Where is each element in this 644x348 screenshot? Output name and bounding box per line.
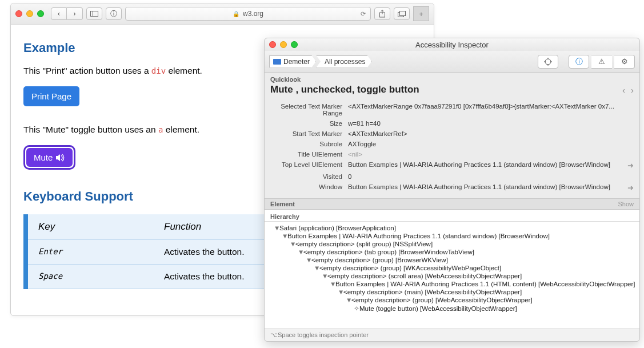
- address-bar[interactable]: 🔒 w3.org ⟳: [125, 7, 371, 21]
- goto-element-icon[interactable]: ➜: [627, 161, 634, 170]
- disclosure-triangle-icon[interactable]: ▼: [330, 281, 335, 287]
- share-button[interactable]: [374, 7, 390, 20]
- window-controls: [269, 41, 298, 48]
- hierarchy-row[interactable]: ▼<empty description> (tab group) [Browse…: [268, 248, 636, 256]
- sidebar-button[interactable]: [86, 7, 102, 20]
- show-toggle[interactable]: Show: [618, 201, 634, 207]
- property-value: <AXTextMarkerRange 0x7faaa97291f0 [0x7ff…: [348, 103, 634, 110]
- close-window-icon[interactable]: [269, 41, 276, 48]
- property-row[interactable]: Title UIElement<nil>: [270, 149, 634, 159]
- quicklook-next-button[interactable]: ›: [631, 85, 634, 95]
- property-row[interactable]: Top Level UIElementButton Examples | WAI…: [270, 159, 634, 171]
- property-key: Subrole: [270, 141, 348, 147]
- disclosure-triangle-icon[interactable]: ▼: [274, 225, 279, 231]
- hierarchy-row[interactable]: ▼Button Examples | WAI-ARIA Authoring Pr…: [268, 280, 636, 288]
- new-tab-button[interactable]: +: [413, 6, 429, 21]
- audit-tab-button[interactable]: ⚠︎: [591, 55, 612, 69]
- inspector-toolbar: Demeter All processes ⓘ ⚠︎ ⚙: [265, 51, 639, 73]
- hierarchy-label: <empty description> (main) [WebAccessibi…: [343, 289, 522, 295]
- disclosure-triangle-icon[interactable]: ▼: [298, 249, 303, 255]
- breadcrumb-host[interactable]: Demeter: [269, 55, 316, 68]
- hierarchy-row[interactable]: ▼Safari (application) [BrowserApplicatio…: [268, 224, 636, 232]
- close-window-icon[interactable]: [15, 10, 22, 17]
- property-value: <nil>: [348, 151, 634, 158]
- property-key: Top Level UIElement: [270, 161, 348, 168]
- inspection-pointer-button[interactable]: [538, 55, 558, 69]
- property-row[interactable]: Sizew=81 h=40: [270, 118, 634, 129]
- hierarchy-row[interactable]: ✧Mute (toggle button) [WebAccessibilityO…: [268, 304, 636, 313]
- hierarchy-label: <empty description> (group) [WKAccessibi…: [319, 265, 501, 271]
- mute-toggle-button[interactable]: Mute: [26, 148, 73, 167]
- hierarchy-row[interactable]: ▼<empty description> (split group) [NSSp…: [268, 240, 636, 248]
- hierarchy-label: <empty description> (group) [BrowserWKVi…: [311, 257, 448, 263]
- property-key: Selected Text Marker Range: [270, 103, 348, 117]
- property-value: Button Examples | WAI-ARIA Authoring Pra…: [348, 161, 623, 168]
- disclosure-triangle-icon[interactable]: ▼: [290, 241, 295, 247]
- url-host: w3.org: [243, 10, 263, 18]
- key-cell: Space: [38, 271, 164, 282]
- property-key: Start Text Marker: [270, 130, 348, 137]
- mute-label: Mute: [34, 153, 53, 162]
- property-value: Button Examples | WAI-ARIA Authoring Pra…: [348, 183, 623, 190]
- function-cell: Activates the button.: [164, 271, 244, 282]
- print-page-button[interactable]: Print Page: [23, 86, 79, 106]
- function-cell: Activates the button.: [164, 247, 244, 257]
- disclosure-triangle-icon[interactable]: ▼: [314, 265, 319, 271]
- hierarchy-row[interactable]: ▼<empty description> (group) [WebAccessi…: [268, 296, 636, 304]
- minimize-window-icon[interactable]: [26, 10, 33, 17]
- hierarchy-label: <empty description> (tab group) [Browser…: [303, 249, 474, 255]
- key-cell: Enter: [38, 247, 164, 257]
- svg-point-7: [545, 59, 551, 65]
- element-section-header[interactable]: Element Show: [265, 198, 639, 210]
- breadcrumb-target[interactable]: All processes: [316, 55, 371, 68]
- disclosure-triangle-icon[interactable]: ▼: [346, 297, 351, 303]
- disclosure-triangle-icon[interactable]: ▼: [322, 273, 327, 279]
- back-button[interactable]: ‹: [51, 7, 67, 20]
- quicklook-prev-button[interactable]: ‹: [622, 85, 625, 95]
- property-key: Window: [270, 183, 348, 190]
- property-row[interactable]: Selected Text Marker Range<AXTextMarkerR…: [270, 101, 634, 118]
- hierarchy-label: <empty description> (scroll area) [WebAc…: [327, 273, 522, 279]
- leaf-icon[interactable]: ✧: [354, 305, 359, 313]
- disclosure-triangle-icon[interactable]: ▼: [306, 257, 311, 263]
- sound-icon: [56, 154, 65, 162]
- property-row[interactable]: Visited0: [270, 171, 634, 182]
- property-row[interactable]: WindowButton Examples | WAI-ARIA Authori…: [270, 182, 634, 194]
- column-header-function: Function: [164, 221, 201, 233]
- inspector-title: Accessibility Inspector: [415, 41, 489, 49]
- property-row[interactable]: SubroleAXToggle: [270, 139, 634, 149]
- tabs-button[interactable]: [394, 7, 410, 20]
- column-header-key: Key: [38, 221, 164, 233]
- hierarchy-row[interactable]: ▼<empty description> (main) [WebAccessib…: [268, 288, 636, 296]
- settings-tab-button[interactable]: ⚙: [614, 55, 635, 69]
- property-value: 0: [348, 173, 634, 180]
- minimize-window-icon[interactable]: [280, 41, 287, 48]
- hierarchy-row[interactable]: ▼<empty description> (scroll area) [WebA…: [268, 272, 636, 280]
- svg-rect-0: [91, 11, 98, 17]
- reload-icon[interactable]: ⟳: [361, 10, 366, 18]
- hierarchy-label: Hierarchy: [265, 210, 639, 222]
- hierarchy-label: Safari (application) [BrowserApplication…: [279, 225, 396, 231]
- property-row[interactable]: Start Text Marker<AXTextMarkerRef>: [270, 129, 634, 139]
- hierarchy-label: <empty description> (split group) [NSSpl…: [295, 241, 433, 247]
- info-tab-button[interactable]: ⓘ: [569, 55, 589, 69]
- monitor-icon: [273, 59, 281, 65]
- property-value: AXToggle: [348, 141, 634, 147]
- disclosure-triangle-icon[interactable]: ▼: [338, 289, 343, 295]
- hierarchy-row[interactable]: ▼<empty description> (group) [BrowserWKV…: [268, 256, 636, 264]
- disclosure-triangle-icon[interactable]: ▼: [282, 233, 287, 239]
- inspector-footer-hint: ⌥Space toggles inspection pointer: [265, 329, 639, 341]
- goto-element-icon[interactable]: ➜: [627, 183, 634, 192]
- inspector-titlebar[interactable]: Accessibility Inspector: [265, 38, 639, 51]
- property-key: Size: [270, 120, 348, 127]
- hierarchy-row[interactable]: ▼Button Examples | WAI-ARIA Authoring Pr…: [268, 232, 636, 240]
- forward-button[interactable]: ›: [67, 7, 83, 20]
- hierarchy-tree[interactable]: ▼Safari (application) [BrowserApplicatio…: [265, 222, 639, 329]
- accessibility-inspector-window: Accessibility Inspector Demeter All proc…: [264, 38, 640, 342]
- reader-info-button[interactable]: ⓘ: [106, 7, 122, 20]
- zoom-window-icon[interactable]: [291, 41, 298, 48]
- safari-toolbar: ‹ › ⓘ 🔒 w3.org ⟳ +: [11, 3, 434, 25]
- properties-panel: Selected Text Marker Range<AXTextMarkerR…: [265, 100, 639, 198]
- hierarchy-row[interactable]: ▼<empty description> (group) [WKAccessib…: [268, 264, 636, 272]
- zoom-window-icon[interactable]: [37, 10, 44, 17]
